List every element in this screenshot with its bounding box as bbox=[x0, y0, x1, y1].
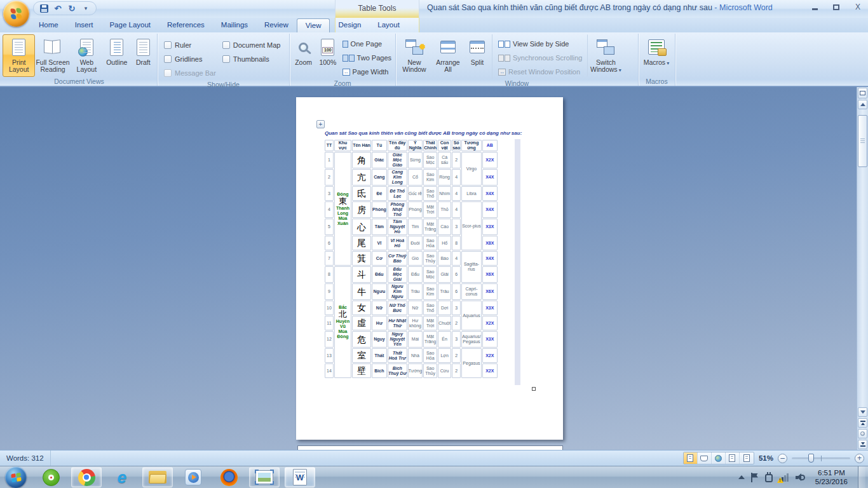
next-page-edge[interactable] bbox=[297, 445, 563, 450]
table-header-cell[interactable]: Con vật bbox=[438, 140, 451, 151]
table-cell[interactable]: 14 bbox=[325, 363, 334, 378]
table-cell[interactable]: 3 bbox=[325, 186, 334, 201]
table-cell[interactable]: 13 bbox=[325, 348, 334, 363]
table-cell[interactable]: 斗 bbox=[352, 266, 371, 283]
table-cell[interactable]: Nữ bbox=[372, 301, 387, 315]
table-header-cell[interactable]: Ý Nghĩa bbox=[408, 140, 423, 151]
table-cell[interactable]: 3 bbox=[452, 301, 461, 315]
gridlines-checkbox-row[interactable]: Gridlines bbox=[164, 52, 216, 66]
next-page-button[interactable] bbox=[858, 440, 867, 449]
table-cell[interactable]: Trâu bbox=[408, 283, 423, 300]
table-cell-region[interactable]: Đông東Thanh LongMùa Xuân bbox=[334, 152, 351, 266]
taskbar-firefox-button[interactable] bbox=[214, 467, 244, 487]
redo-button[interactable] bbox=[67, 3, 77, 13]
tab-mailings[interactable]: Mailings bbox=[213, 18, 256, 32]
table-cell[interactable]: 心 bbox=[352, 219, 371, 235]
table-cell[interactable]: 12 bbox=[325, 331, 334, 348]
table-cell[interactable]: Thất Hoả Trư bbox=[388, 348, 407, 363]
table-cell[interactable]: Nguy bbox=[372, 331, 387, 348]
table-cell[interactable]: 氐 bbox=[352, 186, 371, 201]
table-cell[interactable]: Scor-pius bbox=[461, 201, 482, 250]
table-cell[interactable]: Mặt Trăng bbox=[423, 219, 437, 235]
status-print-layout-button[interactable] bbox=[684, 452, 698, 464]
table-cell[interactable]: Thất bbox=[372, 348, 387, 363]
table-cell[interactable]: 3 bbox=[452, 331, 461, 348]
scrollbar-thumb[interactable] bbox=[858, 115, 867, 167]
table-cell[interactable]: Phòng bbox=[372, 201, 387, 218]
table-move-handle[interactable]: + bbox=[316, 120, 325, 128]
macros-button[interactable]: Macros bbox=[640, 34, 673, 77]
two-pages-button[interactable]: Two Pages bbox=[340, 51, 394, 65]
table-cell[interactable]: Phòng Nhật Thố bbox=[388, 201, 407, 218]
web-layout-button[interactable]: Web Layout bbox=[71, 34, 103, 77]
table-cell[interactable]: 2 bbox=[452, 316, 461, 330]
table-cell[interactable]: Cổ bbox=[408, 169, 423, 186]
table-cell[interactable]: X4X bbox=[482, 186, 498, 201]
table-cell[interactable]: 8 bbox=[452, 236, 461, 250]
table-cell[interactable]: Gió bbox=[408, 251, 423, 266]
table-cell[interactable]: X4X bbox=[482, 251, 498, 266]
table-cell[interactable]: Trâu bbox=[438, 283, 451, 300]
table-cell[interactable]: 7 bbox=[325, 251, 334, 266]
table-cell[interactable]: Cừu bbox=[438, 363, 451, 378]
table-cell[interactable]: Bích Thuỷ Dư bbox=[388, 363, 407, 378]
taskbar-media-player-button[interactable] bbox=[178, 467, 208, 487]
table-cell[interactable]: 6 bbox=[452, 283, 461, 300]
arrange-all-button[interactable]: Arrange All bbox=[431, 34, 465, 77]
minimize-button[interactable] bbox=[810, 3, 820, 11]
undo-button[interactable] bbox=[53, 3, 63, 13]
zoom-in-button[interactable]: + bbox=[855, 454, 864, 463]
taskbar-word-button[interactable]: W bbox=[285, 467, 315, 487]
table-cell[interactable]: X6X bbox=[482, 283, 498, 300]
table-cell[interactable]: 室 bbox=[352, 348, 371, 363]
zoom-slider[interactable] bbox=[792, 453, 850, 463]
status-web-layout-button[interactable] bbox=[712, 452, 726, 464]
print-layout-button[interactable]: Print Layout bbox=[3, 34, 35, 77]
table-cell[interactable]: Libra bbox=[461, 186, 482, 201]
table-header-cell[interactable]: Tên Hán bbox=[352, 140, 371, 151]
table-cell[interactable]: X2X bbox=[482, 152, 498, 168]
table-cell[interactable]: 女 bbox=[352, 301, 371, 315]
table-cell[interactable]: Vĩ Hoả Hổ bbox=[388, 236, 407, 250]
table-cell[interactable]: 4 bbox=[452, 201, 461, 218]
table-cell[interactable]: Gốc rễ bbox=[408, 186, 423, 201]
table-cell[interactable]: Đê Thổ Lạc bbox=[388, 186, 407, 201]
table-cell[interactable]: Tâm Nguyệt Hồ bbox=[388, 219, 407, 235]
word-count-indicator[interactable]: Words: 312 bbox=[0, 451, 51, 466]
table-cell[interactable]: 2 bbox=[325, 169, 334, 186]
table-cell[interactable]: Đuôi bbox=[408, 236, 423, 250]
draft-button[interactable]: Draft bbox=[131, 34, 156, 77]
table-cell[interactable]: Mặt Trăng bbox=[423, 331, 437, 348]
action-center-icon[interactable] bbox=[751, 473, 759, 482]
table-cell[interactable]: Sừng bbox=[408, 152, 423, 168]
table-cell[interactable]: Ngưu Kim Ngưu bbox=[388, 283, 407, 300]
status-draft-button[interactable] bbox=[740, 452, 754, 464]
table-header-cell[interactable]: Tên đầy đủ bbox=[388, 140, 407, 151]
tab-view[interactable]: View bbox=[297, 18, 330, 32]
table-cell[interactable]: Cáo bbox=[438, 219, 451, 235]
table-resize-handle[interactable] bbox=[532, 387, 536, 391]
zoom-level[interactable]: 51% bbox=[759, 454, 773, 462]
table-cell[interactable]: Cang Kim Long bbox=[388, 169, 407, 186]
scroll-down-button[interactable] bbox=[858, 407, 867, 417]
table-cell[interactable]: 2 bbox=[452, 363, 461, 378]
table-cell[interactable]: 4 bbox=[452, 169, 461, 186]
select-browse-object-button[interactable] bbox=[858, 429, 867, 438]
customize-qat-button[interactable] bbox=[81, 3, 91, 13]
table-cell[interactable]: Cang bbox=[372, 169, 387, 186]
table-cell[interactable]: Hổ bbox=[438, 236, 451, 250]
view-side-by-side-button[interactable]: View Side by Side bbox=[496, 37, 585, 51]
restore-button[interactable] bbox=[831, 3, 841, 11]
table-cell[interactable]: Đê bbox=[372, 186, 387, 201]
previous-page-button[interactable] bbox=[858, 418, 867, 428]
table-cell[interactable]: Cá sấu bbox=[438, 152, 451, 168]
table-cell[interactable]: Aquarius bbox=[461, 301, 482, 330]
table-cell[interactable]: X4X bbox=[482, 201, 498, 218]
table-cell[interactable]: Chuột bbox=[438, 316, 451, 330]
tab-page-layout[interactable]: Page Layout bbox=[101, 18, 159, 32]
table-cell[interactable]: Giải bbox=[438, 266, 451, 283]
switch-windows-button[interactable]: Switch Windows bbox=[587, 34, 624, 77]
zoom-out-button[interactable]: – bbox=[778, 454, 787, 463]
one-page-button[interactable]: One Page bbox=[340, 37, 394, 51]
table-cell[interactable]: Mái bbox=[408, 331, 423, 348]
